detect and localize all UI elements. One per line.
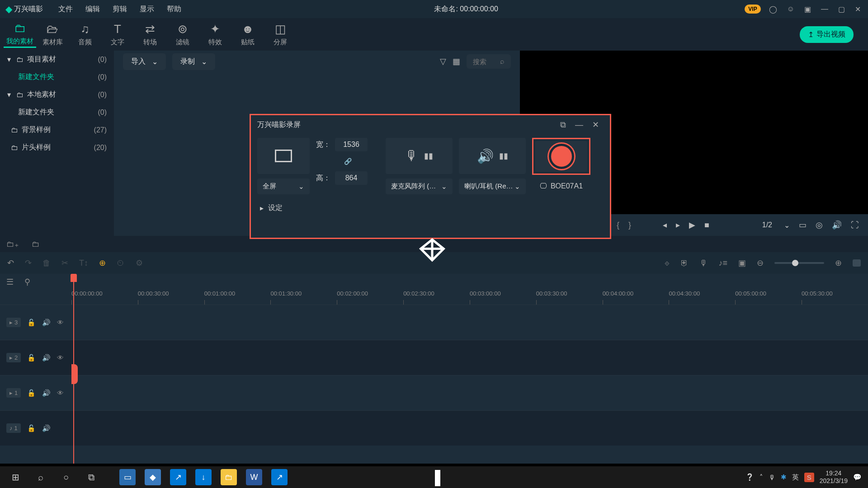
adjust-button[interactable]: ⚙ [136, 258, 143, 268]
minimize-button[interactable]: — [819, 3, 830, 15]
timeline-menu-button[interactable]: ☰ [6, 277, 14, 287]
grid-view-icon[interactable]: ▦ [453, 56, 460, 66]
taskbar-app-4[interactable]: ↓ [191, 466, 216, 488]
tab-effects[interactable]: ✦特效 [199, 22, 231, 47]
screen-icon[interactable]: ▭ [799, 220, 807, 230]
render-button[interactable]: ▣ [738, 258, 746, 268]
popout-icon[interactable]: ⧉ [556, 120, 571, 130]
crop-button[interactable]: ⊕ [99, 258, 106, 268]
ime-indicator[interactable]: S [804, 473, 814, 482]
split-button[interactable]: ✂ [61, 258, 68, 268]
taskbar-app-filmora[interactable]: ↗ [267, 466, 292, 488]
mic-box[interactable]: 🎙▮▮ [386, 138, 453, 174]
tab-filter[interactable]: ⊚滤镜 [166, 22, 199, 47]
voiceover-button[interactable]: 🎙 [699, 258, 708, 268]
zoom-thumb[interactable] [792, 260, 798, 266]
record-dropdown[interactable]: 录制⌄ [172, 53, 215, 70]
sidebar-item-local[interactable]: ▾🗀本地素材(0) [0, 86, 114, 103]
text-tool-button[interactable]: T↕ [79, 258, 88, 268]
system-tray[interactable]: ❔ ˄ 🎙 ✱ 英 S 19:242021/3/19 💬 [745, 469, 865, 485]
sidebar-item-newfolder2[interactable]: 新建文件夹(0) [0, 103, 114, 121]
speed-button[interactable]: ⏲ [117, 258, 125, 268]
taskbar-app-2[interactable]: ◆ [140, 466, 165, 488]
screen-capture-box[interactable] [257, 138, 310, 174]
sidebar-item-project[interactable]: ▾🗀项目素材(0) [0, 51, 114, 68]
track-video-3[interactable]: ▸3🔓🔊👁 [0, 305, 868, 340]
import-dropdown[interactable]: 导入⌄ [123, 53, 166, 70]
magnet-button[interactable]: ⚲ [24, 277, 30, 287]
mic-device-dropdown[interactable]: 麦克风阵列 (…⌄ [386, 178, 453, 194]
filter-icon[interactable]: ▽ [440, 56, 446, 66]
track-video-1[interactable]: ▸1🔓🔊👁 [0, 375, 868, 410]
taskbar-app-3[interactable]: ↗ [165, 466, 191, 488]
tab-text[interactable]: T文字 [101, 22, 134, 47]
recorder-settings-toggle[interactable]: ▸设定 [251, 198, 610, 218]
account-icon[interactable]: ◯ [767, 3, 779, 15]
delete-button[interactable]: 🗑 [42, 258, 51, 268]
mute-icon[interactable]: 🔊 [42, 424, 51, 432]
menu-edit[interactable]: 编辑 [79, 5, 106, 14]
help-icon[interactable]: ❔ [745, 473, 754, 481]
tray-app-icon[interactable]: ✱ [781, 473, 787, 481]
taskview-button[interactable]: ⧉ [79, 466, 104, 488]
cortana-button[interactable]: ○ [53, 466, 79, 488]
maximize-button[interactable]: ▢ [836, 3, 847, 15]
notifications-icon[interactable]: 💬 [853, 473, 862, 481]
stop-button[interactable]: ■ [704, 221, 709, 230]
tab-my-media[interactable]: 🗀我的素材 [4, 21, 36, 48]
tab-sticker[interactable]: ☻贴纸 [231, 22, 264, 47]
mute-icon[interactable]: 🔊 [42, 354, 51, 362]
close-button[interactable]: ✕ [853, 3, 863, 15]
menu-display[interactable]: 显示 [133, 5, 160, 14]
tray-chevron-icon[interactable]: ˄ [760, 473, 763, 481]
taskbar-app-word[interactable]: W [241, 466, 267, 488]
speaker-device-dropdown[interactable]: 喇叭/耳机 (Re…⌄ [459, 178, 526, 194]
menu-help[interactable]: 帮助 [160, 5, 188, 14]
tab-media-library[interactable]: 🗁素材库 [36, 22, 69, 47]
feedback-icon[interactable]: ☺ [785, 3, 796, 15]
play-button[interactable]: ▶ [689, 220, 695, 230]
eye-icon[interactable]: 👁 [57, 389, 64, 397]
sidebar-item-newfolder1[interactable]: 新建文件夹(0) [0, 68, 114, 86]
taskbar-app-explorer[interactable]: 🗀 [216, 466, 241, 488]
taskbar-clock[interactable]: 19:242021/3/19 [820, 469, 848, 485]
menu-clip[interactable]: 剪辑 [106, 5, 133, 14]
start-button[interactable]: ⊞ [3, 466, 28, 488]
snapshot-icon[interactable]: ◎ [816, 220, 823, 230]
mute-icon[interactable]: 🔊 [42, 319, 51, 327]
link-icon[interactable]: 🔗 [316, 158, 379, 165]
marker-button[interactable]: ⟐ [665, 258, 670, 268]
track-audio-1[interactable]: ♪1🔓🔊 [0, 410, 868, 446]
sidebar-item-bg[interactable]: 🗀背景样例(27) [0, 121, 114, 139]
sidebar-item-intro[interactable]: 🗀片头样例(20) [0, 139, 114, 156]
save-icon[interactable]: ▣ [802, 3, 813, 15]
search-input[interactable]: ⌕ [467, 54, 511, 69]
ime-lang[interactable]: 英 [792, 473, 799, 482]
undo-button[interactable]: ↶ [7, 258, 14, 268]
search-button[interactable]: ⌕ [28, 466, 53, 488]
shield-button[interactable]: ⛨ [680, 258, 689, 268]
zoom-fit-button[interactable] [853, 259, 861, 267]
record-button[interactable] [535, 141, 587, 172]
playhead-handle[interactable] [71, 274, 77, 282]
close-icon[interactable]: ✕ [588, 120, 604, 130]
lock-icon[interactable]: 🔓 [27, 319, 36, 327]
preview-zoom-dropdown[interactable]: 1/2⌄ [762, 221, 790, 230]
height-value[interactable]: 864 [335, 171, 368, 185]
tab-split[interactable]: ◫分屏 [264, 22, 297, 47]
vip-badge[interactable]: VIP [745, 5, 760, 14]
eye-icon[interactable]: 👁 [57, 354, 64, 361]
tab-transition[interactable]: ⇄转场 [134, 22, 166, 47]
eye-icon[interactable]: 👁 [57, 319, 64, 326]
playhead[interactable] [73, 274, 74, 464]
speaker-box[interactable]: 🔊▮▮ [459, 138, 526, 174]
zoom-in-button[interactable]: ⊕ [835, 258, 842, 268]
lock-icon[interactable]: 🔓 [27, 354, 36, 362]
screen-mode-dropdown[interactable]: 全屏⌄ [257, 178, 310, 194]
volume-icon[interactable]: 🔊 [832, 220, 842, 230]
zoom-slider[interactable] [774, 262, 824, 264]
width-value[interactable]: 1536 [335, 138, 368, 151]
fullscreen-icon[interactable]: ⛶ [851, 221, 859, 230]
zoom-out-button[interactable]: ⊖ [757, 258, 764, 268]
prev-frame-button[interactable]: ◂ [663, 220, 667, 230]
